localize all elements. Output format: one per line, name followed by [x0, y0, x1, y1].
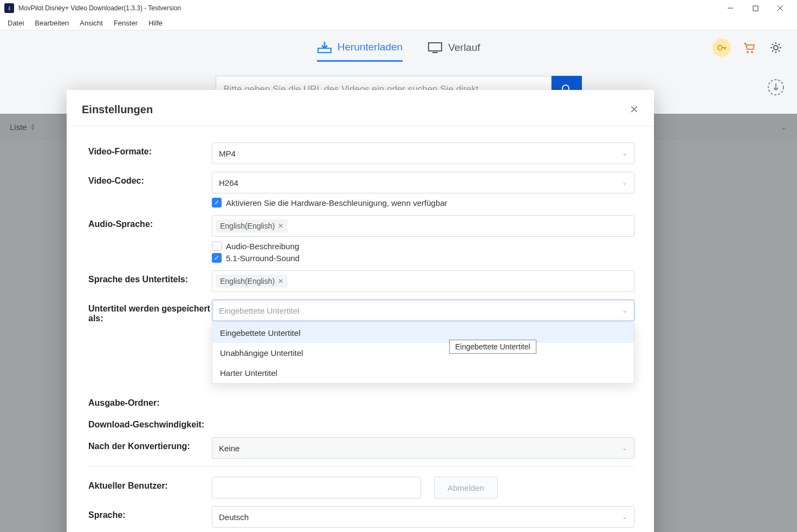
divider [88, 466, 634, 467]
svg-rect-1 [753, 6, 758, 11]
chevron-down-icon: ⌄ [622, 444, 627, 452]
subtitle-chip-label: English(English) [220, 277, 275, 286]
hw-accel-label: Aktivieren Sie die Hardware-Beschleunigu… [226, 198, 448, 207]
audio-chip-label: English(English) [220, 222, 275, 230]
label-audio-language: Audio-Sprache: [88, 215, 212, 229]
tab-download[interactable]: Herunterladen [317, 34, 403, 62]
svg-point-12 [774, 46, 778, 50]
label-subtitle-language: Sprache des Untertitels: [88, 270, 212, 284]
video-format-select[interactable]: MP4 ⌄ [212, 142, 634, 164]
svg-point-11 [751, 51, 753, 53]
monitor-icon [427, 42, 443, 54]
tab-history[interactable]: Verlauf [427, 34, 480, 62]
dropdown-option-independent[interactable]: Unabhängige Untertitel [212, 343, 634, 363]
chevron-down-icon: ⌄ [622, 513, 627, 521]
close-button[interactable] [768, 0, 793, 16]
modal-title: Einstellungen [82, 103, 153, 116]
audio-description-label: Audio-Beschreibung [226, 242, 299, 251]
chevron-down-icon: ⌄ [622, 150, 627, 157]
subtitle-save-select[interactable]: Eingebettete Untertitel ⌄ [212, 300, 634, 321]
title-bar: ⬇ MovPilot Disney+ Video Downloader(1.3.… [0, 0, 797, 16]
audio-description-checkbox[interactable] [212, 241, 222, 251]
surround-label: 5.1-Surround-Sound [226, 254, 300, 263]
svg-point-10 [747, 51, 749, 53]
label-output-folder: Ausgabe-Ordner: [88, 394, 212, 408]
menu-help[interactable]: Hilfe [143, 18, 168, 28]
tab-download-label: Herunterladen [338, 41, 403, 53]
dropdown-option-embedded[interactable]: Eingebettete Untertitel [212, 323, 634, 343]
surround-checkbox[interactable]: ✓ [212, 253, 222, 263]
close-icon[interactable]: ✕ [630, 103, 639, 116]
minimize-button[interactable] [718, 0, 743, 16]
maximize-button[interactable] [743, 0, 768, 16]
key-icon[interactable] [712, 38, 731, 57]
settings-modal: Einstellungen ✕ Video-Formate: MP4 ⌄ Vid… [67, 90, 654, 532]
app-icon: ⬇ [4, 3, 14, 13]
subtitle-save-placeholder: Eingebettete Untertitel [219, 306, 299, 315]
download-icon [317, 41, 332, 54]
main-toolbar: Herunterladen Verlauf [0, 30, 797, 65]
chevron-down-icon: ⌄ [622, 307, 627, 314]
menu-bar: Datei Bearbeiten Ansicht Fenster Hilfe [0, 16, 797, 30]
chevron-down-icon: ⌄ [622, 179, 627, 186]
window-title: MovPilot Disney+ Video Downloader(1.3.3)… [18, 4, 181, 12]
label-current-user: Aktueller Benutzer: [88, 477, 212, 491]
current-user-input[interactable] [212, 477, 421, 498]
menu-window[interactable]: Fenster [108, 18, 143, 28]
subtitle-save-dropdown: Eingebettete Untertitel Unabhängige Unte… [212, 322, 634, 384]
download-queue-icon[interactable] [767, 78, 785, 96]
label-download-speed: Download-Geschwindigkeit: [88, 416, 212, 430]
label-video-codec: Video-Codec: [88, 172, 212, 186]
menu-edit[interactable]: Bearbeiten [29, 18, 74, 28]
remove-chip-icon[interactable]: ✕ [278, 277, 283, 285]
subtitle-language-chip[interactable]: English(English) ✕ [216, 275, 288, 288]
logout-button[interactable]: Abmelden [434, 477, 498, 498]
cart-icon[interactable] [740, 38, 758, 57]
video-codec-value: H264 [219, 178, 238, 187]
label-video-format: Video-Formate: [88, 142, 212, 157]
subtitle-language-input[interactable]: English(English) ✕ [212, 270, 634, 292]
label-after-conversion: Nach der Konvertierung: [88, 437, 212, 451]
language-select[interactable]: Deutsch ⌄ [212, 506, 634, 528]
remove-chip-icon[interactable]: ✕ [278, 222, 283, 230]
tooltip: Eingebettete Untertitel [449, 340, 536, 354]
after-conversion-select[interactable]: Keine ⌄ [212, 437, 634, 459]
svg-rect-5 [429, 43, 442, 51]
language-value: Deutsch [219, 512, 249, 522]
menu-view[interactable]: Ansicht [74, 18, 108, 28]
after-conversion-value: Keine [219, 444, 239, 453]
svg-point-7 [718, 46, 722, 50]
label-language: Sprache: [88, 506, 212, 520]
video-format-value: MP4 [219, 149, 236, 158]
tab-history-label: Verlauf [448, 42, 480, 54]
gear-icon[interactable] [767, 38, 785, 57]
hw-accel-checkbox[interactable]: ✓ [212, 198, 222, 207]
video-codec-select[interactable]: H264 ⌄ [212, 172, 634, 193]
audio-language-chip[interactable]: English(English) ✕ [216, 219, 288, 232]
menu-file[interactable]: Datei [2, 18, 29, 28]
dropdown-option-hard[interactable]: Harter Untertitel [212, 363, 634, 383]
audio-language-input[interactable]: English(English) ✕ [212, 215, 634, 237]
label-subtitle-save-as: Untertitel werden gespeichert als: [88, 300, 212, 323]
